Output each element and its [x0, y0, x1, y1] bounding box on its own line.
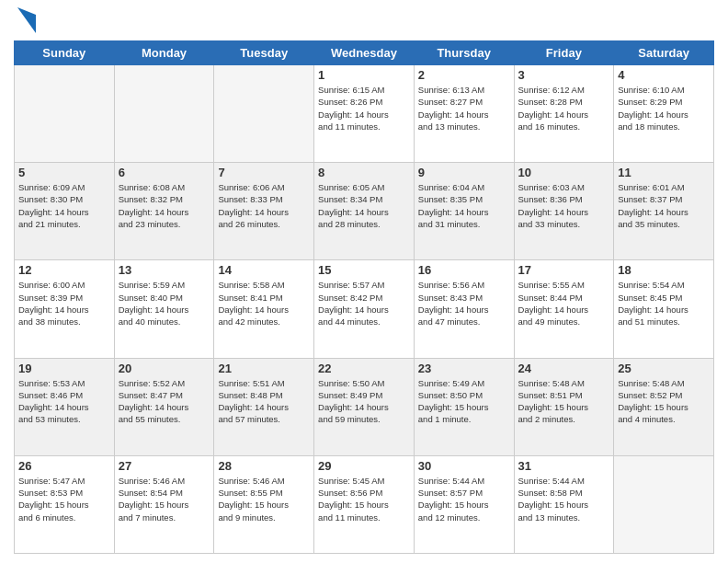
calendar-cell: 27Sunrise: 5:46 AM Sunset: 8:54 PM Dayli… — [114, 455, 214, 553]
day-info: Sunrise: 5:53 AM Sunset: 8:46 PM Dayligh… — [18, 377, 110, 426]
calendar-cell: 18Sunrise: 5:54 AM Sunset: 8:45 PM Dayli… — [614, 260, 714, 358]
calendar-cell: 11Sunrise: 6:01 AM Sunset: 8:37 PM Dayli… — [614, 163, 714, 260]
day-info: Sunrise: 5:54 AM Sunset: 8:45 PM Dayligh… — [618, 279, 710, 327]
calendar-cell: 2Sunrise: 6:13 AM Sunset: 8:27 PM Daylig… — [414, 65, 514, 163]
logo — [14, 9, 36, 33]
day-info: Sunrise: 5:55 AM Sunset: 8:44 PM Dayligh… — [518, 279, 610, 327]
day-number: 12 — [18, 263, 110, 277]
day-info: Sunrise: 6:05 AM Sunset: 8:34 PM Dayligh… — [318, 181, 410, 230]
day-number: 2 — [418, 68, 510, 82]
calendar-cell: 25Sunrise: 5:48 AM Sunset: 8:52 PM Dayli… — [614, 358, 714, 455]
calendar-cell: 22Sunrise: 5:50 AM Sunset: 8:49 PM Dayli… — [314, 358, 415, 455]
day-info: Sunrise: 5:44 AM Sunset: 8:57 PM Dayligh… — [418, 475, 510, 523]
day-number: 25 — [618, 362, 710, 375]
calendar-cell: 7Sunrise: 6:06 AM Sunset: 8:33 PM Daylig… — [214, 163, 314, 260]
calendar-cell: 12Sunrise: 6:00 AM Sunset: 8:39 PM Dayli… — [15, 260, 115, 358]
weekday-header-thursday: Thursday — [414, 41, 514, 65]
day-number: 15 — [318, 263, 410, 277]
day-number: 31 — [518, 459, 610, 473]
day-info: Sunrise: 6:04 AM Sunset: 8:35 PM Dayligh… — [418, 181, 510, 230]
day-info: Sunrise: 6:00 AM Sunset: 8:39 PM Dayligh… — [18, 279, 110, 327]
day-info: Sunrise: 5:49 AM Sunset: 8:50 PM Dayligh… — [418, 377, 510, 426]
day-number: 28 — [218, 459, 310, 473]
day-info: Sunrise: 6:08 AM Sunset: 8:32 PM Dayligh… — [119, 181, 210, 230]
calendar-cell: 6Sunrise: 6:08 AM Sunset: 8:32 PM Daylig… — [114, 163, 214, 260]
weekday-header-friday: Friday — [514, 41, 614, 65]
calendar-cell: 23Sunrise: 5:49 AM Sunset: 8:50 PM Dayli… — [414, 358, 514, 455]
calendar-cell: 30Sunrise: 5:44 AM Sunset: 8:57 PM Dayli… — [414, 455, 514, 553]
day-number: 9 — [418, 166, 510, 179]
calendar-cell: 20Sunrise: 5:52 AM Sunset: 8:47 PM Dayli… — [114, 358, 214, 455]
week-row-1: 1Sunrise: 6:15 AM Sunset: 8:26 PM Daylig… — [15, 65, 714, 163]
calendar-cell: 31Sunrise: 5:44 AM Sunset: 8:58 PM Dayli… — [514, 455, 614, 553]
day-info: Sunrise: 5:52 AM Sunset: 8:47 PM Dayligh… — [119, 377, 210, 426]
day-number: 8 — [318, 166, 410, 179]
calendar-cell: 29Sunrise: 5:45 AM Sunset: 8:56 PM Dayli… — [314, 455, 415, 553]
day-number: 4 — [618, 68, 710, 82]
weekday-header-tuesday: Tuesday — [214, 41, 314, 65]
weekday-header-row: SundayMondayTuesdayWednesdayThursdayFrid… — [15, 41, 714, 65]
day-info: Sunrise: 5:58 AM Sunset: 8:41 PM Dayligh… — [218, 279, 310, 327]
day-number: 30 — [418, 459, 510, 473]
weekday-header-sunday: Sunday — [15, 41, 115, 65]
logo-icon — [17, 7, 36, 33]
calendar-cell: 24Sunrise: 5:48 AM Sunset: 8:51 PM Dayli… — [514, 358, 614, 455]
day-number: 23 — [418, 362, 510, 375]
weekday-header-monday: Monday — [114, 41, 214, 65]
calendar-cell: 15Sunrise: 5:57 AM Sunset: 8:42 PM Dayli… — [314, 260, 415, 358]
day-info: Sunrise: 5:59 AM Sunset: 8:40 PM Dayligh… — [119, 279, 210, 327]
calendar-cell: 4Sunrise: 6:10 AM Sunset: 8:29 PM Daylig… — [614, 65, 714, 163]
day-info: Sunrise: 6:12 AM Sunset: 8:28 PM Dayligh… — [518, 84, 610, 132]
day-info: Sunrise: 5:57 AM Sunset: 8:42 PM Dayligh… — [318, 279, 410, 327]
day-number: 26 — [18, 459, 110, 473]
day-number: 17 — [518, 263, 610, 277]
day-info: Sunrise: 6:01 AM Sunset: 8:37 PM Dayligh… — [618, 181, 710, 230]
page: SundayMondayTuesdayWednesdayThursdayFrid… — [0, 0, 728, 563]
calendar-cell: 19Sunrise: 5:53 AM Sunset: 8:46 PM Dayli… — [15, 358, 115, 455]
svg-marker-0 — [17, 7, 36, 33]
day-number: 21 — [218, 362, 310, 375]
day-info: Sunrise: 6:06 AM Sunset: 8:33 PM Dayligh… — [218, 181, 310, 230]
day-info: Sunrise: 5:50 AM Sunset: 8:49 PM Dayligh… — [318, 377, 410, 426]
day-info: Sunrise: 6:09 AM Sunset: 8:30 PM Dayligh… — [18, 181, 110, 230]
week-row-4: 19Sunrise: 5:53 AM Sunset: 8:46 PM Dayli… — [15, 358, 714, 455]
day-info: Sunrise: 5:48 AM Sunset: 8:52 PM Dayligh… — [618, 377, 710, 426]
day-number: 16 — [418, 263, 510, 277]
calendar-cell: 10Sunrise: 6:03 AM Sunset: 8:36 PM Dayli… — [514, 163, 614, 260]
calendar-cell — [114, 65, 214, 163]
day-number: 10 — [518, 166, 610, 179]
calendar-cell: 28Sunrise: 5:46 AM Sunset: 8:55 PM Dayli… — [214, 455, 314, 553]
calendar-cell: 13Sunrise: 5:59 AM Sunset: 8:40 PM Dayli… — [114, 260, 214, 358]
calendar-cell: 1Sunrise: 6:15 AM Sunset: 8:26 PM Daylig… — [314, 65, 415, 163]
day-info: Sunrise: 5:48 AM Sunset: 8:51 PM Dayligh… — [518, 377, 610, 426]
day-info: Sunrise: 5:44 AM Sunset: 8:58 PM Dayligh… — [518, 475, 610, 523]
week-row-3: 12Sunrise: 6:00 AM Sunset: 8:39 PM Dayli… — [15, 260, 714, 358]
day-number: 24 — [518, 362, 610, 375]
day-info: Sunrise: 5:46 AM Sunset: 8:55 PM Dayligh… — [218, 475, 310, 523]
day-number: 14 — [218, 263, 310, 277]
calendar-cell: 26Sunrise: 5:47 AM Sunset: 8:53 PM Dayli… — [15, 455, 115, 553]
day-number: 1 — [318, 68, 410, 82]
calendar-cell — [15, 65, 115, 163]
day-info: Sunrise: 6:10 AM Sunset: 8:29 PM Dayligh… — [618, 84, 710, 132]
calendar-cell: 16Sunrise: 5:56 AM Sunset: 8:43 PM Dayli… — [414, 260, 514, 358]
day-info: Sunrise: 6:15 AM Sunset: 8:26 PM Dayligh… — [318, 84, 410, 132]
weekday-header-saturday: Saturday — [614, 41, 714, 65]
day-info: Sunrise: 5:45 AM Sunset: 8:56 PM Dayligh… — [318, 475, 410, 523]
calendar-cell — [214, 65, 314, 163]
day-info: Sunrise: 5:46 AM Sunset: 8:54 PM Dayligh… — [119, 475, 210, 523]
calendar-cell — [614, 455, 714, 553]
week-row-2: 5Sunrise: 6:09 AM Sunset: 8:30 PM Daylig… — [15, 163, 714, 260]
day-number: 6 — [119, 166, 210, 179]
day-info: Sunrise: 5:47 AM Sunset: 8:53 PM Dayligh… — [18, 475, 110, 523]
calendar-cell: 5Sunrise: 6:09 AM Sunset: 8:30 PM Daylig… — [15, 163, 115, 260]
day-number: 5 — [18, 166, 110, 179]
day-number: 20 — [119, 362, 210, 375]
calendar-cell: 8Sunrise: 6:05 AM Sunset: 8:34 PM Daylig… — [314, 163, 415, 260]
calendar-cell: 21Sunrise: 5:51 AM Sunset: 8:48 PM Dayli… — [214, 358, 314, 455]
calendar-cell: 17Sunrise: 5:55 AM Sunset: 8:44 PM Dayli… — [514, 260, 614, 358]
header — [14, 9, 714, 33]
calendar: SundayMondayTuesdayWednesdayThursdayFrid… — [14, 40, 714, 554]
day-number: 29 — [318, 459, 410, 473]
day-number: 13 — [119, 263, 210, 277]
